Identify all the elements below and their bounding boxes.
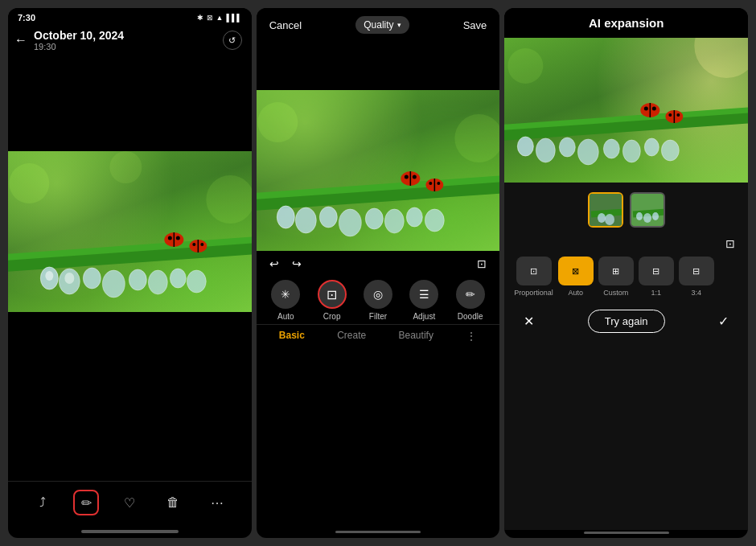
quality-dropdown[interactable]: Quality ▾: [355, 16, 409, 34]
svg-point-46: [536, 138, 556, 162]
ai-controls: ⊡ ⊡ Proportional ⊠ Auto ⊞ Custom ⊟ 1: [504, 183, 748, 530]
svg-point-45: [518, 137, 534, 156]
svg-point-35: [405, 175, 409, 179]
share-icon: ⤴: [39, 495, 46, 510]
more-tabs-button[interactable]: ⋮: [466, 330, 477, 343]
share-button[interactable]: ⤴: [30, 490, 55, 515]
proportional-btn[interactable]: ⊡: [516, 257, 552, 285]
svg-point-30: [384, 209, 404, 233]
gallery-header: ← October 10, 2024 19:30 ↺: [8, 26, 252, 55]
tool-adjust[interactable]: ☰ Adjust: [409, 280, 438, 321]
cancel-button[interactable]: Cancel: [269, 19, 302, 31]
editor-tabs: Basic Create Beautify ⋮: [257, 324, 500, 346]
redo-button[interactable]: ↪: [292, 257, 302, 270]
svg-point-31: [406, 207, 422, 227]
thumb-image-1: [590, 194, 622, 226]
edit-button[interactable]: ✏: [73, 490, 99, 515]
svg-point-65: [598, 213, 606, 223]
compare-mode-icon[interactable]: ⊡: [725, 237, 735, 250]
svg-point-22: [109, 151, 142, 183]
svg-point-8: [129, 269, 146, 290]
thumbnail-1[interactable]: [588, 192, 623, 228]
ai-thumbnails: [511, 192, 742, 228]
custom-label: Custom: [603, 289, 628, 297]
ai-expansion-image: [504, 38, 748, 183]
adjust-tool-icon: ☰: [409, 280, 438, 309]
filter-tool-label: Filter: [369, 312, 387, 321]
ai-expansion-title: AI expansion: [589, 16, 664, 30]
doodle-tool-icon: ✏: [456, 280, 485, 309]
trash-icon: 🗑: [166, 495, 179, 510]
svg-point-9: [148, 270, 167, 294]
auto-label: Auto: [569, 289, 584, 297]
svg-point-7: [102, 270, 125, 298]
auto-tool-icon: ✳: [271, 280, 300, 309]
svg-point-19: [200, 243, 203, 246]
option-custom[interactable]: ⊞ Custom: [598, 257, 634, 297]
option-3-4[interactable]: ⊟ 3:4: [679, 257, 714, 297]
app-container: 7:30 ✱ ⊠ ▲ ▌▌▌ ← October 10, 2024 19:30 …: [0, 0, 756, 546]
1-1-label: 1:1: [651, 289, 662, 297]
back-icon[interactable]: ←: [14, 33, 27, 47]
filter-tool-icon: ◎: [364, 280, 392, 309]
save-button[interactable]: Save: [463, 19, 487, 31]
tools-row: ✳ Auto ⊡ Crop ◎ Filter ☰ Adjust ✏ Dood: [257, 277, 500, 324]
heart-icon: ♡: [124, 495, 135, 511]
custom-btn[interactable]: ⊞: [598, 257, 634, 285]
header-action-icon[interactable]: ↺: [223, 31, 242, 50]
status-bar: 7:30 ✱ ⊠ ▲ ▌▌▌: [8, 8, 252, 26]
heart-button[interactable]: ♡: [117, 490, 142, 515]
option-auto[interactable]: ⊠ Auto: [558, 257, 594, 297]
svg-point-14: [168, 236, 172, 240]
editor-header: Cancel Quality ▾ Save: [257, 8, 500, 42]
photo-date: October 10, 2024: [34, 29, 216, 42]
svg-point-25: [277, 206, 294, 228]
svg-point-27: [319, 207, 337, 228]
tab-basic[interactable]: Basic: [279, 330, 305, 343]
trash-button[interactable]: 🗑: [160, 490, 186, 515]
more-button[interactable]: ⋯: [204, 490, 230, 515]
bottom-black: [8, 312, 252, 481]
svg-point-26: [295, 207, 316, 233]
editor-image: [257, 90, 500, 251]
svg-point-36: [413, 175, 417, 179]
try-again-button[interactable]: Try again: [588, 310, 665, 333]
svg-point-50: [623, 140, 641, 162]
svg-point-10: [170, 269, 186, 288]
more-icon: ⋯: [211, 495, 224, 511]
auto-btn[interactable]: ⊠: [558, 257, 594, 285]
svg-point-60: [677, 113, 680, 117]
aspect-ratio-button[interactable]: ⊡: [477, 257, 487, 270]
thumbnail-2[interactable]: [630, 192, 665, 228]
tool-auto[interactable]: ✳ Auto: [271, 280, 300, 321]
tool-doodle[interactable]: ✏ Doodle: [456, 280, 485, 321]
svg-point-5: [64, 273, 74, 284]
svg-point-47: [560, 138, 576, 157]
tab-beautify[interactable]: Beautify: [399, 330, 433, 343]
chevron-down-icon: ▾: [397, 21, 401, 29]
confirm-button[interactable]: ✓: [718, 314, 729, 329]
undo-redo-buttons: ↩ ↪: [269, 257, 302, 270]
svg-point-18: [192, 243, 195, 246]
1-1-btn[interactable]: ⊟: [639, 257, 674, 285]
panel-3-ai-expansion: AI expansion: [504, 8, 748, 538]
svg-point-62: [508, 48, 544, 84]
3-4-label: 3:4: [692, 289, 702, 297]
svg-point-21: [206, 175, 251, 224]
tool-crop[interactable]: ⊡ Crop: [318, 280, 347, 321]
panel-1-gallery: 7:30 ✱ ⊠ ▲ ▌▌▌ ← October 10, 2024 19:30 …: [8, 8, 252, 538]
proportional-label: Proportional: [514, 289, 553, 297]
close-button[interactable]: ✕: [524, 314, 534, 329]
undo-button[interactable]: ↩: [269, 257, 279, 270]
svg-point-39: [429, 182, 432, 185]
option-1-1[interactable]: ⊟ 1:1: [639, 257, 674, 297]
svg-point-71: [652, 212, 659, 220]
tool-filter[interactable]: ◎ Filter: [364, 280, 392, 321]
svg-point-56: [652, 107, 656, 111]
photo-time: 19:30: [34, 42, 216, 51]
option-proportional[interactable]: ⊡ Proportional: [514, 257, 553, 297]
tab-create[interactable]: Create: [337, 330, 366, 343]
3-4-btn[interactable]: ⊟: [679, 257, 714, 285]
undo-redo-bar: ↩ ↪ ⊡: [257, 251, 500, 277]
svg-point-66: [605, 214, 614, 225]
